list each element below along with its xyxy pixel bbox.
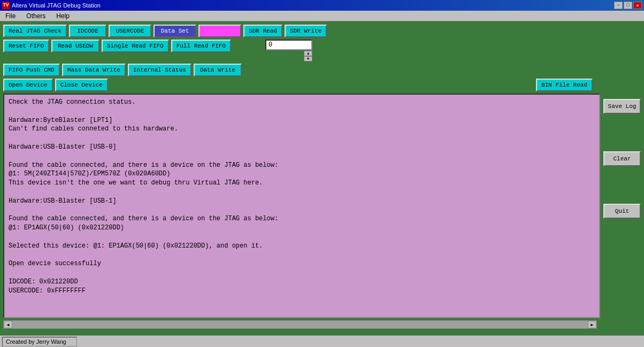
read-usedw-button[interactable]: Read USEDW [51,40,99,52]
title-buttons: − □ ✕ [614,2,642,9]
scroll-right-button[interactable]: ▶ [588,321,596,328]
app-icon: TV [2,2,10,9]
internal-status-button[interactable]: Internal Status [128,64,191,76]
color-indicator-box [198,25,241,37]
title-bar: TV Altera Virtual JTAG Debug Station − □… [0,0,644,11]
menu-others[interactable]: Others [23,11,49,21]
sdr-read-button[interactable]: SDR Read [243,25,282,37]
spin-up-button[interactable]: ▲ [304,51,312,56]
spin-down-button[interactable]: ▼ [304,56,312,61]
scroll-left-button[interactable]: ◀ [4,321,12,328]
data-write-button[interactable]: Data Write [194,64,242,76]
save-log-button[interactable]: Save Log [603,99,641,114]
number-value-input[interactable] [265,40,312,50]
log-container: Check the JTAG connection status. Hardwa… [3,94,641,318]
minimize-button[interactable]: − [614,2,623,9]
toolbar-row3: FIFO Push CMD Mass Data Write Internal S… [3,64,641,76]
log-output: Check the JTAG connection status. Hardwa… [4,95,599,317]
status-text: Created by Jerry Wang [2,337,77,346]
clear-button[interactable]: Clear [603,151,641,166]
toolbar-row4: Open Device Close Device BIN File Read [3,79,641,91]
menu-file[interactable]: File [2,11,19,21]
window-title: Altera Virtual JTAG Debug Station [12,2,101,9]
single-read-fifo-button[interactable]: Single Read FIFO [102,40,169,52]
toolbar-row1: Real JTAG Check IDCODE USERCODE Data Set… [3,25,641,37]
close-device-button[interactable]: Close Device [55,79,108,91]
idcode-button[interactable]: IDCODE [69,25,106,37]
menu-help[interactable]: Help [53,11,73,21]
scroll-track [12,321,588,328]
title-bar-left: TV Altera Virtual JTAG Debug Station [2,2,101,9]
side-buttons: Save Log Clear Quit [603,94,641,318]
bin-file-read-button[interactable]: BIN File Read [536,79,593,91]
toolbar-row2: Reset FIFO Read USEDW Single Read FIFO F… [3,40,231,52]
main-area: Real JTAG Check IDCODE USERCODE Data Set… [0,21,644,332]
horizontal-scrollbar[interactable]: ◀ ▶ [3,320,597,329]
full-read-fifo-button[interactable]: Full Read FIFO [171,40,231,52]
number-input-container: ▲ ▼ [265,40,312,61]
real-jtag-check-button[interactable]: Real JTAG Check [3,25,67,37]
data-set-button[interactable]: Data Set [154,25,196,37]
status-bar: Created by Jerry Wang [0,335,644,347]
usercode-button[interactable]: USERCODE [109,25,151,37]
log-area-wrapper: Check the JTAG connection status. Hardwa… [3,94,600,318]
close-button[interactable]: ✕ [633,2,642,9]
quit-button[interactable]: Quit [603,204,641,219]
menu-bar: File Others Help [0,11,644,21]
sdr-write-button[interactable]: SDR Write [285,25,327,37]
open-device-button[interactable]: Open Device [3,79,53,91]
fifo-push-cmd-button[interactable]: FIFO Push CMD [3,64,60,76]
mass-data-write-button[interactable]: Mass Data Write [62,64,126,76]
reset-fifo-button[interactable]: Reset FIFO [3,40,49,52]
maximize-button[interactable]: □ [624,2,632,9]
spin-arrows: ▲ ▼ [304,51,312,61]
